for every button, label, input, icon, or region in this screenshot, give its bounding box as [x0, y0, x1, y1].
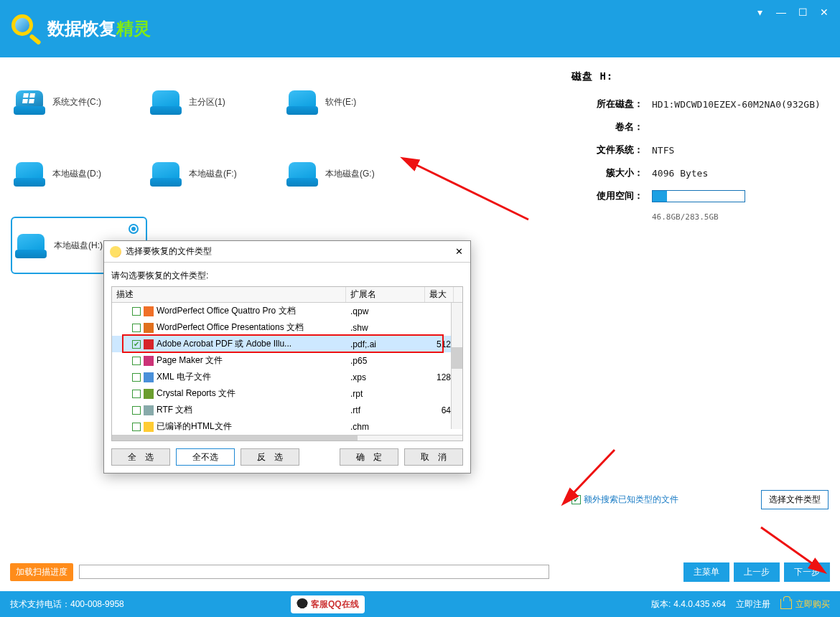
filetype-icon — [144, 389, 154, 399]
next-step-button[interactable]: 下一步 — [784, 562, 830, 582]
progress-row: 加载扫描进度 主菜单 上一步 下一步 — [0, 558, 840, 585]
drive-item[interactable]: 本地磁盘(G:) — [284, 145, 420, 202]
row-checkbox[interactable] — [132, 390, 141, 398]
table-row[interactable]: XML 电子文件.xps128 — [112, 369, 462, 385]
select-all-button[interactable]: 全 选 — [111, 448, 170, 466]
row-desc: RTF 文档 — [157, 404, 192, 416]
row-ext: .rtf — [346, 405, 425, 415]
info-val-filesystem: NTFS — [652, 145, 674, 156]
drive-item[interactable]: 本地磁盘(F:) — [147, 145, 284, 202]
row-ext: .shw — [346, 323, 425, 333]
row-ext: .qpw — [346, 306, 425, 316]
buy-link[interactable]: 立即购买 — [780, 598, 830, 611]
version-label: 版本: — [651, 598, 671, 611]
dialog-close-button[interactable]: ✕ — [452, 244, 466, 258]
table-row[interactable]: Page Maker 文件.p65 — [112, 352, 462, 369]
ok-button[interactable]: 确 定 — [340, 448, 398, 466]
drive-item[interactable]: 主分区(1) — [147, 73, 284, 131]
select-none-button[interactable]: 全不选 — [176, 448, 235, 466]
drive-item[interactable]: 软件(E:) — [284, 73, 420, 131]
row-checkbox[interactable] — [132, 307, 141, 316]
title-bar: 数据恢复精灵 ▾ — ☐ ✕ — [0, 0, 840, 57]
row-size: 512 — [425, 339, 454, 349]
row-ext: .p65 — [346, 356, 425, 366]
filetype-icon — [144, 339, 154, 349]
vertical-scrollbar[interactable] — [451, 303, 462, 429]
row-desc: Page Maker 文件 — [157, 354, 223, 367]
support-phone: 技术支持电话：400-008-9958 — [10, 598, 124, 611]
prev-step-button[interactable]: 上一步 — [734, 562, 780, 582]
horizontal-scrollbar[interactable] — [112, 435, 462, 441]
row-desc: WordPerfect Office Presentations 文档 — [157, 321, 304, 334]
drive-label: 软件(E:) — [325, 96, 356, 108]
row-desc: 已编译的HTML文件 — [157, 420, 232, 433]
info-key-used: 使用空间： — [571, 189, 643, 202]
disk-title: 磁盘 H: — [571, 70, 829, 83]
row-checkbox[interactable] — [132, 357, 141, 365]
table-row[interactable]: 已编译的HTML文件.chm — [112, 418, 462, 435]
row-size: 128 — [425, 372, 454, 382]
drive-item[interactable]: 系统文件(C:) — [11, 73, 147, 131]
dialog-prompt: 请勾选要恢复的文件类型: — [104, 263, 470, 286]
file-type-table: 描述 扩展名 最大 WordPerfect Office Quattro Pro… — [111, 286, 463, 441]
drive-icon — [286, 161, 318, 187]
options-dropdown-button[interactable]: ▾ — [750, 4, 770, 20]
selected-radio-icon — [129, 224, 139, 234]
row-ext: .rpt — [346, 389, 425, 399]
checkbox-icon: ✔ — [571, 495, 581, 504]
row-checkbox[interactable] — [132, 324, 141, 332]
row-checkbox[interactable]: ✔ — [132, 340, 141, 349]
row-checkbox[interactable] — [132, 406, 141, 415]
row-ext: .xps — [346, 372, 425, 382]
drive-label: 主分区(1) — [189, 96, 225, 108]
invert-selection-button[interactable]: 反 选 — [241, 448, 299, 466]
main-menu-button[interactable]: 主菜单 — [683, 562, 729, 582]
row-checkbox[interactable] — [132, 423, 141, 431]
extra-search-checkbox[interactable]: ✔ 额外搜索已知类型的文件 — [571, 494, 678, 506]
table-header: 描述 扩展名 最大 — [112, 287, 462, 303]
drive-label: 系统文件(C:) — [52, 96, 101, 108]
maximize-button[interactable]: ☐ — [793, 4, 813, 20]
col-header-size[interactable]: 最大 — [425, 287, 454, 302]
file-type-dialog: 选择要恢复的文件类型 ✕ 请勾选要恢复的文件类型: 描述 扩展名 最大 Word… — [103, 240, 471, 474]
footer: 技术支持电话：400-008-9958 客服QQ在线 版本: 4.4.0.435… — [0, 591, 840, 617]
table-row[interactable]: ✔Adobe Acrobat PDF 或 Adobe Illu....pdf;.… — [112, 336, 462, 352]
extra-search-label: 额外搜索已知类型的文件 — [584, 494, 678, 506]
filetype-icon — [144, 405, 154, 415]
row-desc: Crystal Reports 文件 — [157, 387, 235, 400]
drive-label: 本地磁盘(G:) — [325, 168, 375, 180]
usage-bar — [652, 190, 745, 202]
drive-icon — [15, 232, 47, 258]
table-row[interactable]: WordPerfect Office Presentations 文档.shw — [112, 319, 462, 336]
info-val-location: HD1:WDCWD10EZEX-60M2NA0(932GB) — [652, 99, 821, 110]
qq-support-button[interactable]: 客服QQ在线 — [291, 595, 365, 613]
col-header-desc[interactable]: 描述 — [112, 287, 346, 302]
table-row[interactable]: WordPerfect Office Quattro Pro 文档.qpw — [112, 303, 462, 319]
col-header-ext[interactable]: 扩展名 — [346, 287, 425, 302]
cancel-button[interactable]: 取 消 — [404, 448, 463, 466]
register-link[interactable]: 立即注册 — [736, 598, 770, 611]
info-val-cluster: 4096 Bytes — [652, 168, 708, 179]
table-row[interactable]: Crystal Reports 文件.rpt — [112, 385, 462, 402]
row-size: 64 — [425, 405, 454, 415]
drive-label: 本地磁盘(H:) — [54, 240, 103, 252]
qq-icon — [297, 598, 308, 610]
row-checkbox[interactable] — [132, 373, 141, 382]
row-desc: XML 电子文件 — [157, 371, 211, 383]
dialog-title: 选择要恢复的文件类型 — [126, 245, 212, 258]
minimize-button[interactable]: — — [771, 4, 791, 20]
table-row[interactable]: RTF 文档.rtf64 — [112, 402, 462, 418]
filetype-icon — [144, 323, 154, 333]
drive-icon — [150, 89, 182, 115]
row-ext: .chm — [346, 422, 425, 432]
load-progress-button[interactable]: 加载扫描进度 — [10, 563, 73, 581]
filetype-icon — [144, 356, 154, 366]
select-file-types-button[interactable]: 选择文件类型 — [761, 490, 829, 509]
close-button[interactable]: ✕ — [814, 4, 834, 20]
dialog-titlebar[interactable]: 选择要恢复的文件类型 ✕ — [104, 241, 470, 263]
app-logo-icon — [7, 11, 42, 46]
drive-icon — [286, 89, 318, 115]
drive-item[interactable]: 本地磁盘(D:) — [11, 145, 147, 202]
info-key-volname: 卷名： — [571, 121, 643, 133]
filetype-icon — [144, 422, 154, 432]
